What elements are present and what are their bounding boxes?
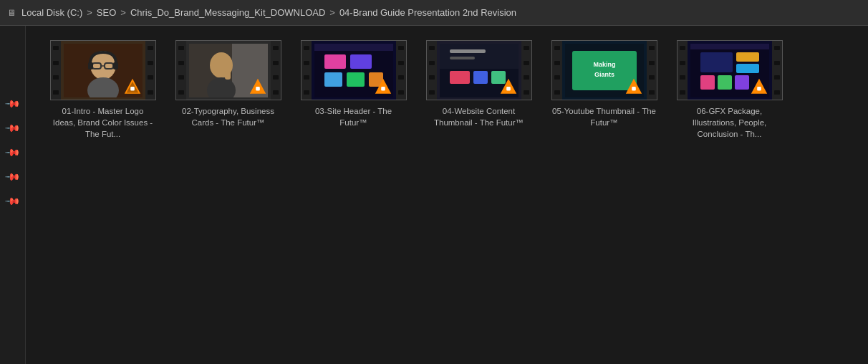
breadcrumb-item-1[interactable]: SEO <box>97 7 116 18</box>
svg-rect-20 <box>324 54 346 69</box>
pin-icon-4[interactable]: 📌 <box>4 192 21 209</box>
video-card-6[interactable]: 06-GFX Package, Illustrations, People, C… <box>674 40 785 140</box>
video-label-2: 02-Typography, Business Cards - The Futu… <box>175 105 281 128</box>
svg-rect-32 <box>473 71 488 84</box>
vlc-icon-3 <box>373 77 393 97</box>
computer-icon: 🖥 <box>7 8 16 18</box>
film-strip-left-4 <box>427 41 437 100</box>
svg-rect-51 <box>757 87 761 91</box>
thumbnail-6 <box>677 40 783 100</box>
video-card-3[interactable]: 03-Site Header - The Futur™ <box>298 40 409 128</box>
svg-marker-25 <box>375 79 390 94</box>
svg-rect-19 <box>314 44 393 51</box>
film-strip-right-1 <box>145 41 155 100</box>
svg-rect-49 <box>735 75 749 90</box>
thumbnail-4 <box>426 40 532 100</box>
vlc-icon-2 <box>248 77 268 97</box>
breadcrumb-item-0[interactable]: Local Disk (C:) <box>21 7 82 18</box>
svg-rect-45 <box>736 52 759 62</box>
content-area: 01-Intro - Master Logo Ideas, Brand Colo… <box>26 26 868 364</box>
pin-icon-1[interactable]: 📌 <box>4 119 21 135</box>
svg-text:Making: Making <box>593 61 615 68</box>
video-label-4: 04-Website Content Thumbnail - The Futur… <box>426 105 532 128</box>
video-label-6: 06-GFX Package, Illustrations, People, C… <box>677 105 783 140</box>
video-card-2[interactable]: 02-Typography, Business Cards - The Futu… <box>173 40 284 128</box>
breadcrumb-sep-0: > <box>87 7 92 18</box>
film-strip-right-3 <box>396 41 406 100</box>
film-strip-right-6 <box>772 41 782 100</box>
vlc-icon-6 <box>749 77 769 97</box>
pin-icon-3[interactable]: 📌 <box>4 168 21 184</box>
pin-icon-2[interactable]: 📌 <box>4 143 21 160</box>
svg-rect-31 <box>450 71 470 84</box>
svg-rect-46 <box>736 64 759 73</box>
svg-rect-6 <box>113 62 118 70</box>
svg-rect-47 <box>700 75 715 90</box>
svg-rect-44 <box>700 52 733 72</box>
svg-text:Giants: Giants <box>594 71 614 78</box>
vlc-icon-1 <box>122 77 143 97</box>
film-strip-left-1 <box>51 41 61 100</box>
svg-rect-30 <box>450 57 475 59</box>
svg-rect-17 <box>256 87 260 91</box>
breadcrumb-sep-2: > <box>329 7 335 18</box>
svg-rect-15 <box>225 71 231 80</box>
svg-rect-41 <box>632 87 636 91</box>
film-strip-right-4 <box>521 41 531 100</box>
svg-rect-43 <box>690 44 769 49</box>
vlc-icon-4 <box>498 77 519 97</box>
svg-marker-40 <box>625 79 641 94</box>
main-layout: 📌 📌 📌 📌 📌 <box>0 26 868 364</box>
breadcrumb-item-3[interactable]: 04-Brand Guide Presentation 2nd Revision <box>339 7 516 18</box>
breadcrumb-bar: 🖥 Local Disk (C:) > SEO > Chris_Do_Brand… <box>0 0 868 26</box>
film-strip-left-3 <box>302 41 312 100</box>
video-card-1[interactable]: 01-Intro - Master Logo Ideas, Brand Colo… <box>47 40 158 140</box>
pin-icon-0[interactable]: 📌 <box>4 95 21 111</box>
thumbnail-3 <box>301 40 407 100</box>
svg-marker-50 <box>751 79 766 94</box>
breadcrumb-item-2[interactable]: Chris_Do_Brand_Messaging_Kit_DOWNLOAD <box>130 7 325 18</box>
film-strip-left-5 <box>552 41 562 100</box>
film-strip-right-5 <box>647 41 657 100</box>
svg-rect-29 <box>450 49 486 53</box>
svg-rect-10 <box>130 87 135 91</box>
video-card-4[interactable]: 04-Website Content Thumbnail - The Futur… <box>423 40 534 128</box>
video-label-5: 05-Youtube Thumbnail - The Futur™ <box>551 105 657 128</box>
svg-rect-28 <box>440 44 519 69</box>
film-strip-right-2 <box>271 41 281 100</box>
vlc-icon-5 <box>624 77 644 97</box>
svg-marker-34 <box>500 79 516 94</box>
video-label-3: 03-Site Header - The Futur™ <box>301 105 407 128</box>
svg-rect-23 <box>347 72 365 87</box>
svg-rect-21 <box>350 54 372 69</box>
svg-rect-35 <box>506 87 511 91</box>
svg-marker-16 <box>249 79 265 94</box>
video-card-5[interactable]: Making Giants 05-Youtube Thumbnail - The… <box>549 40 660 128</box>
breadcrumb-sep-1: > <box>120 7 126 18</box>
film-strip-left-2 <box>176 41 186 100</box>
film-strip-left-6 <box>677 41 688 100</box>
video-label-1: 01-Intro - Master Logo Ideas, Brand Colo… <box>50 105 156 140</box>
svg-rect-26 <box>381 87 385 91</box>
sidebar: 📌 📌 📌 📌 📌 <box>0 26 26 364</box>
thumbnail-2 <box>175 40 281 100</box>
thumbnail-1 <box>50 40 156 100</box>
svg-rect-5 <box>88 62 93 70</box>
svg-rect-22 <box>324 72 342 87</box>
svg-rect-48 <box>718 75 732 90</box>
thumbnail-5: Making Giants <box>551 40 657 100</box>
